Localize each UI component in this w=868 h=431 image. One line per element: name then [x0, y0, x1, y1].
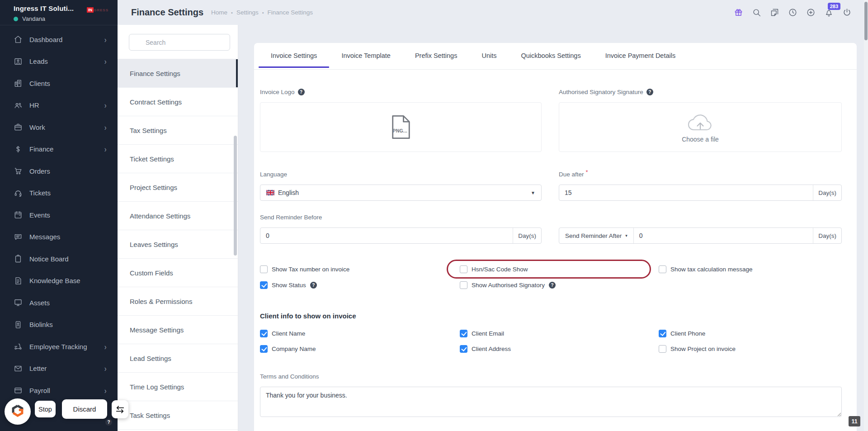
building-icon [14, 79, 23, 88]
settings-nav-item-custom-fields[interactable]: Custom Fields [118, 259, 238, 287]
checkbox-client-email[interactable]: Client Email [460, 329, 659, 338]
settings-nav-item-lead-settings[interactable]: Lead Settings [118, 344, 238, 373]
main-scrollbar-track[interactable] [864, 0, 868, 431]
terms-label: Terms and Conditions [260, 373, 319, 380]
page-title: Finance Settings [131, 7, 203, 18]
settings-scrollbar[interactable] [234, 136, 237, 256]
sidebar-item-knowledge-base[interactable]: Knowledge Base [0, 270, 118, 292]
stop-button[interactable]: Stop [35, 401, 56, 417]
tab-units[interactable]: Units [469, 43, 509, 69]
brand-block: Ingress IT Soluti... Vandana IN GRESS [0, 0, 118, 25]
checkbox-client-phone[interactable]: Client Phone [659, 329, 842, 338]
app-logo: IN GRESS [87, 7, 108, 13]
choose-file-text: Choose a file [682, 136, 719, 143]
checkbox-show-tax-number-on-invoice[interactable]: Show Tax number on invoice [260, 265, 460, 274]
reminder-before-input[interactable] [260, 228, 513, 243]
checkbox-show-tax-calculation-message[interactable]: Show tax calculation message [659, 265, 842, 274]
language-label: Language [260, 171, 287, 178]
checkbox-box[interactable] [460, 330, 467, 337]
help-badge-icon[interactable]: ? [105, 419, 112, 426]
due-after-input[interactable] [559, 185, 813, 200]
breadcrumb-item-home[interactable]: Home [211, 9, 227, 16]
history-icon[interactable] [788, 8, 797, 17]
settings-nav-item-time-log-settings[interactable]: Time Log Settings [118, 373, 238, 401]
tab-invoice-payment-details[interactable]: Invoice Payment Details [593, 43, 688, 69]
sidebar-item-notice-board[interactable]: Notice Board [0, 248, 118, 270]
notifications-icon[interactable]: 283 [824, 8, 834, 17]
reminder-before-suffix: Day(s) [513, 228, 541, 243]
add-icon[interactable] [806, 8, 816, 17]
briefcase-icon [14, 123, 23, 132]
checkbox-box[interactable] [659, 330, 666, 337]
sidebar-item-biolinks[interactable]: Biolinks [0, 314, 118, 336]
checkbox-hsn-sac-code-show[interactable]: Hsn/Sac Code Show [460, 265, 659, 274]
page-number-badge[interactable]: 11 [849, 416, 860, 426]
invoice-logo-upload[interactable]: PNG... [260, 102, 542, 152]
power-icon[interactable] [842, 8, 852, 17]
swap-panel-button[interactable] [112, 400, 128, 418]
checkbox-box[interactable] [460, 265, 467, 273]
breadcrumb-item-settings[interactable]: Settings [236, 9, 259, 16]
checkbox-client-address[interactable]: Client Address [460, 344, 659, 353]
notes-icon[interactable] [770, 8, 779, 17]
search-icon [134, 38, 142, 46]
search-icon[interactable] [752, 8, 761, 17]
sidebar-item-employee-tracking[interactable]: Employee Tracking › [0, 336, 118, 358]
checkbox-company-name[interactable]: Company Name [260, 344, 460, 353]
settings-nav-item-project-settings[interactable]: Project Settings [118, 173, 238, 202]
sidebar-item-assets[interactable]: Assets [0, 292, 118, 314]
recorder-logo-button[interactable] [5, 398, 31, 425]
checkbox-box[interactable] [659, 345, 666, 353]
settings-nav-item-task-settings[interactable]: Task Settings [118, 401, 238, 430]
tab-invoice-settings[interactable]: Invoice Settings [259, 43, 329, 69]
reminder-after-input[interactable] [634, 228, 813, 243]
checkbox-box[interactable] [659, 265, 666, 273]
checkbox-show-authorised-signatory[interactable]: Show Authorised Signatory ? [460, 280, 659, 289]
sidebar-item-events[interactable]: Events [0, 204, 118, 226]
terms-textarea[interactable]: Thank you for your business. [260, 387, 842, 417]
checkbox-show-project-on-invoice[interactable]: Show Project on invoice [659, 344, 842, 353]
sidebar-item-hr[interactable]: HR › [0, 95, 118, 117]
main-scrollbar-thumb[interactable] [864, 2, 868, 40]
language-select[interactable]: English ▼ [260, 185, 542, 201]
sidebar-item-tickets[interactable]: Tickets [0, 182, 118, 204]
settings-nav-item-message-settings[interactable]: Message Settings [118, 316, 238, 344]
signature-upload[interactable]: Choose a file [559, 102, 842, 152]
checkbox-show-status[interactable]: Show Status ? [260, 280, 460, 289]
tab-invoice-template[interactable]: Invoice Template [329, 43, 403, 69]
settings-nav-item-finance-settings[interactable]: Finance Settings [118, 59, 238, 88]
checkbox-box[interactable] [260, 330, 268, 337]
checkbox-box[interactable] [260, 281, 268, 289]
checkbox-box[interactable] [460, 345, 467, 353]
gift-icon[interactable] [734, 8, 743, 17]
checkbox-client-name[interactable]: Client Name [260, 329, 460, 338]
sidebar-item-leads[interactable]: Leads › [0, 51, 118, 73]
signature-label-row: Authorised Signatory Signature ? [559, 89, 842, 95]
settings-nav-item-leaves-settings[interactable]: Leaves Settings [118, 230, 238, 259]
sidebar-item-messages[interactable]: Messages [0, 226, 118, 248]
help-icon: ? [310, 282, 317, 289]
checkbox-box[interactable] [460, 281, 467, 289]
sidebar-item-orders[interactable]: Orders [0, 160, 118, 182]
sidebar-item-letter[interactable]: Letter › [0, 358, 118, 380]
settings-nav-item-roles-permissions[interactable]: Roles & Permissions [118, 287, 238, 316]
tab-quickbooks-settings[interactable]: Quickbooks Settings [509, 43, 593, 69]
settings-nav-item-tax-settings[interactable]: Tax Settings [118, 116, 238, 145]
sidebar-item-work[interactable]: Work › [0, 116, 118, 138]
settings-nav-item-ticket-settings[interactable]: Ticket Settings [118, 145, 238, 173]
checkbox-box[interactable] [260, 265, 268, 273]
checkbox-box[interactable] [260, 345, 268, 353]
people-icon [14, 101, 23, 110]
reminder-after-dropdown[interactable]: Send Reminder After ▾ [559, 228, 634, 243]
help-icon: ? [549, 282, 556, 289]
sidebar-item-finance[interactable]: Finance › [0, 138, 118, 161]
discard-button[interactable]: Discard [62, 399, 107, 419]
sidebar-item-dashboard[interactable]: Dashboard › [0, 28, 118, 51]
breadcrumb-item-finance-settings[interactable]: Finance Settings [268, 9, 313, 16]
tab-prefix-settings[interactable]: Prefix Settings [403, 43, 470, 69]
settings-search-input[interactable] [129, 34, 230, 51]
settings-nav-item-attendance-settings[interactable]: Attendance Settings [118, 202, 238, 230]
sidebar-item-clients[interactable]: Clients [0, 72, 118, 95]
settings-nav-item-contract-settings[interactable]: Contract Settings [118, 88, 238, 116]
signature-label: Authorised Signatory Signature [559, 89, 643, 95]
